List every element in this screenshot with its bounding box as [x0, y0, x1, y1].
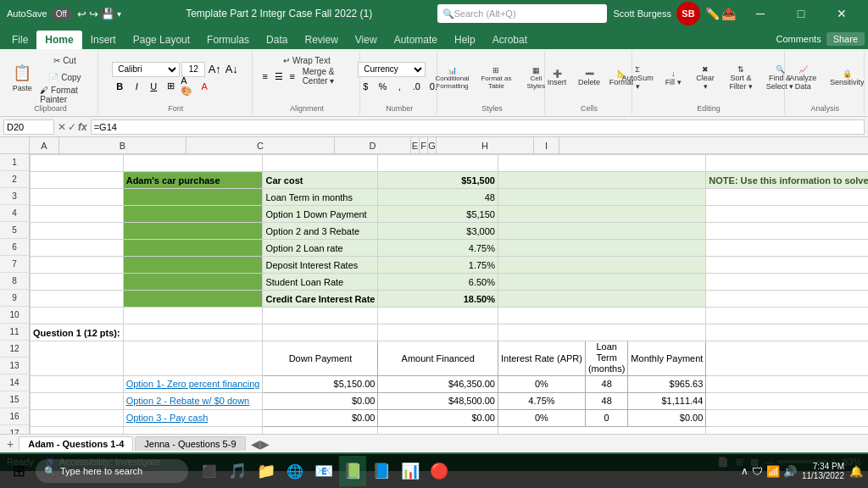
row-num-11[interactable]: 11 [0, 324, 30, 341]
cell-E9[interactable] [498, 291, 705, 308]
align-right-button[interactable]: ≡ [287, 69, 298, 84]
tab-view[interactable]: View [347, 30, 386, 49]
cell-E7[interactable] [498, 257, 705, 274]
tab-home[interactable]: Home [36, 30, 81, 49]
cell-H1[interactable] [706, 155, 868, 172]
cell-D9[interactable]: 18.50% [378, 291, 498, 308]
font-color-button[interactable]: A [197, 79, 212, 94]
cell-B7[interactable] [123, 257, 263, 274]
cancel-icon[interactable]: ✕ [58, 121, 66, 133]
row-num-7[interactable]: 7 [0, 256, 30, 273]
cell-B8[interactable] [123, 274, 263, 291]
row-num-16[interactable]: 16 [0, 408, 30, 425]
cell-D14[interactable]: $48,500.00 [378, 392, 498, 409]
conditional-formatting-button[interactable]: 📊 Conditional Formatting [431, 56, 473, 100]
row-num-6[interactable]: 6 [0, 239, 30, 256]
cell-D5[interactable]: $3,000 [378, 223, 498, 240]
fill-button[interactable]: ↓Fill ▾ [658, 56, 688, 100]
row-num-8[interactable]: 8 [0, 273, 30, 290]
taskbar-search[interactable]: 🔍 Type here to search [36, 459, 188, 483]
col-header-B[interactable]: B [59, 137, 186, 153]
cell-H8[interactable] [706, 274, 868, 291]
cell-B9[interactable] [123, 291, 263, 308]
cell-B4[interactable] [123, 206, 263, 223]
sheet-tab-adam[interactable]: Adam - Questions 1-4 [19, 436, 133, 452]
cell-C2[interactable]: Car cost [263, 172, 378, 189]
cell-F14[interactable]: 48 [585, 392, 627, 409]
row-num-9[interactable]: 9 [0, 290, 30, 307]
cell-A16[interactable] [31, 426, 124, 434]
cell-C11[interactable] [263, 324, 378, 341]
cell-B3[interactable] [123, 189, 263, 206]
cell-A7[interactable] [31, 257, 124, 274]
maximize-button[interactable]: □ [782, 0, 821, 27]
font-decrease-icon[interactable]: A↓ [224, 62, 239, 77]
cell-C10[interactable] [263, 308, 378, 324]
border-button[interactable]: ⊞ [163, 79, 178, 94]
format-as-table-button[interactable]: ⊞ Format as Table [475, 56, 517, 100]
cell-B1[interactable] [123, 155, 263, 172]
number-format-select[interactable]: Currency General Number Percent [358, 62, 426, 77]
cell-A5[interactable] [31, 223, 124, 240]
cell-D16[interactable] [378, 426, 498, 434]
comma-button[interactable]: , [392, 79, 407, 94]
cell-H2[interactable]: NOTE: Use this information to solve the … [706, 172, 868, 189]
font-size-input[interactable] [181, 62, 205, 77]
cell-D1[interactable] [378, 155, 498, 172]
undo-icon[interactable]: ↩ [77, 8, 86, 20]
tab-file[interactable]: File [3, 30, 36, 49]
cell-B6[interactable] [123, 240, 263, 257]
paste-button[interactable]: 📋 Paste [8, 56, 36, 100]
cell-C1[interactable] [263, 155, 378, 172]
row-num-17[interactable]: 17 [0, 425, 30, 434]
cell-E3[interactable] [498, 189, 705, 206]
cell-D7[interactable]: 1.75% [378, 257, 498, 274]
cell-F12[interactable]: Loan Term (months) [585, 341, 627, 376]
cell-C16[interactable] [263, 426, 378, 434]
minimize-button[interactable]: ─ [741, 0, 780, 27]
col-header-D[interactable]: D [335, 137, 411, 153]
cell-D8[interactable]: 6.50% [378, 274, 498, 291]
wrap-text-button[interactable]: ↵ Wrap Text [281, 53, 332, 68]
row-num-1[interactable]: 1 [0, 154, 30, 171]
confirm-icon[interactable]: ✓ [68, 121, 76, 133]
tab-help[interactable]: Help [446, 30, 484, 49]
cell-E15[interactable]: 0% [498, 409, 585, 426]
col-header-A[interactable]: A [30, 137, 59, 153]
cell-C5[interactable]: Option 2 and 3 Rebate [263, 223, 378, 240]
cell-D6[interactable]: 4.75% [378, 240, 498, 257]
taskbar-icon-red[interactable]: 🔴 [426, 456, 453, 486]
tab-insert[interactable]: Insert [82, 30, 125, 49]
cell-D3[interactable]: 48 [378, 189, 498, 206]
clock[interactable]: 7:34 PM 11/13/2022 [802, 462, 844, 480]
col-header-H[interactable]: H [437, 137, 534, 153]
cell-D4[interactable]: $5,150 [378, 206, 498, 223]
formula-input[interactable]: =G14 [91, 119, 865, 135]
cell-G14[interactable]: $1,111.44 [628, 392, 706, 409]
cell-D2[interactable]: $51,500 [378, 172, 498, 189]
insert-function-icon[interactable]: fx [78, 121, 87, 133]
cell-A8[interactable] [31, 274, 124, 291]
scroll-left-icon[interactable]: ◀ [251, 437, 260, 451]
cell-H10[interactable] [706, 308, 868, 324]
cell-H14[interactable] [706, 392, 868, 409]
cell-H12[interactable] [706, 341, 868, 376]
col-header-I[interactable]: I [534, 137, 559, 153]
cell-C8[interactable]: Student Loan Rate [263, 274, 378, 291]
sheet-add-button[interactable]: + [3, 437, 17, 451]
cell-A15[interactable] [31, 409, 124, 426]
align-left-button[interactable]: ≡ [259, 69, 271, 84]
cell-B2[interactable]: Adam's car purchase [123, 172, 263, 189]
pen-icon[interactable]: ✏️ [705, 7, 720, 20]
cell-E8[interactable] [498, 274, 705, 291]
autosum-button[interactable]: ΣAutoSum ▾ [619, 56, 656, 100]
fill-color-button[interactable]: A🎨 [180, 79, 195, 94]
cell-D10[interactable] [378, 308, 498, 324]
cell-B13[interactable]: Option 1- Zero percent financing [123, 375, 263, 392]
format-painter-button[interactable]: 🖌 Format Painter [37, 87, 92, 103]
taskbar-icon-excel[interactable]: 📗 [339, 456, 366, 486]
tab-page-layout[interactable]: Page Layout [125, 30, 198, 49]
cell-H3[interactable] [706, 189, 868, 206]
taskview-button[interactable]: ⬛ [195, 456, 222, 486]
cell-A2[interactable] [31, 172, 124, 189]
